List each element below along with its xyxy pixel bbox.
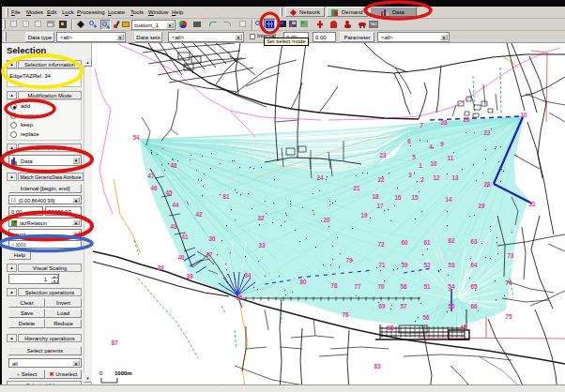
svg-text:78: 78 bbox=[330, 282, 338, 289]
svg-text:72: 72 bbox=[377, 241, 385, 248]
svg-text:4: 4 bbox=[429, 143, 433, 150]
svg-text:63: 63 bbox=[470, 238, 478, 245]
svg-text:15: 15 bbox=[411, 194, 419, 201]
svg-text:64: 64 bbox=[470, 262, 478, 268]
svg-text:42: 42 bbox=[195, 211, 203, 218]
svg-text:46: 46 bbox=[150, 185, 158, 191]
svg-text:48: 48 bbox=[170, 162, 177, 169]
svg-text:40: 40 bbox=[177, 254, 185, 261]
svg-text:39: 39 bbox=[157, 264, 164, 271]
svg-text:28: 28 bbox=[483, 181, 491, 188]
svg-text:1: 1 bbox=[419, 162, 422, 169]
svg-text:58: 58 bbox=[400, 283, 407, 290]
svg-text:66: 66 bbox=[470, 303, 478, 309]
svg-text:13: 13 bbox=[451, 174, 459, 181]
svg-text:6: 6 bbox=[407, 138, 411, 144]
svg-text:75: 75 bbox=[505, 313, 512, 320]
svg-text:41: 41 bbox=[181, 234, 189, 240]
svg-text:65: 65 bbox=[470, 283, 478, 290]
svg-text:2: 2 bbox=[420, 176, 424, 183]
svg-text:54: 54 bbox=[132, 134, 140, 141]
svg-text:34: 34 bbox=[244, 272, 252, 279]
svg-text:76: 76 bbox=[342, 311, 349, 318]
svg-text:26: 26 bbox=[463, 116, 470, 123]
svg-text:45: 45 bbox=[165, 189, 173, 196]
svg-text:57: 57 bbox=[400, 303, 407, 309]
svg-text:51: 51 bbox=[423, 283, 431, 290]
svg-text:37: 37 bbox=[206, 251, 213, 258]
svg-text:32: 32 bbox=[257, 215, 265, 221]
svg-text:54: 54 bbox=[448, 283, 455, 290]
svg-text:12: 12 bbox=[433, 174, 440, 181]
svg-text:10: 10 bbox=[520, 112, 527, 118]
svg-text:14: 14 bbox=[445, 196, 452, 203]
svg-text:56: 56 bbox=[422, 314, 430, 321]
svg-text:83: 83 bbox=[374, 363, 381, 369]
svg-text:60: 60 bbox=[401, 239, 408, 246]
svg-text:70: 70 bbox=[377, 283, 385, 290]
svg-text:17: 17 bbox=[376, 203, 384, 209]
svg-text:35: 35 bbox=[236, 294, 243, 301]
svg-text:47: 47 bbox=[147, 173, 155, 179]
svg-text:31: 31 bbox=[528, 201, 536, 207]
svg-text:11: 11 bbox=[448, 155, 454, 161]
svg-text:61: 61 bbox=[423, 239, 431, 246]
svg-text:73: 73 bbox=[507, 252, 514, 259]
svg-text:55: 55 bbox=[448, 303, 455, 309]
svg-text:5: 5 bbox=[412, 154, 416, 160]
svg-text:9: 9 bbox=[440, 141, 444, 147]
svg-text:29: 29 bbox=[478, 203, 485, 209]
svg-text:38: 38 bbox=[186, 273, 193, 279]
svg-text:24: 24 bbox=[316, 174, 324, 181]
svg-text:74: 74 bbox=[505, 279, 512, 286]
svg-text:19: 19 bbox=[360, 212, 368, 219]
svg-text:28: 28 bbox=[440, 119, 448, 126]
svg-text:22: 22 bbox=[483, 129, 491, 136]
svg-text:22: 22 bbox=[377, 176, 385, 183]
svg-text:71: 71 bbox=[378, 262, 386, 268]
svg-text:16: 16 bbox=[394, 194, 402, 201]
svg-text:21: 21 bbox=[353, 185, 360, 191]
svg-text:44: 44 bbox=[172, 202, 179, 208]
svg-text:80: 80 bbox=[299, 279, 307, 285]
svg-text:67: 67 bbox=[460, 324, 467, 331]
svg-text:10: 10 bbox=[430, 160, 437, 167]
svg-text:59: 59 bbox=[401, 262, 408, 268]
svg-text:62: 62 bbox=[448, 237, 455, 244]
svg-text:7: 7 bbox=[420, 122, 423, 128]
svg-text:77: 77 bbox=[354, 283, 361, 290]
svg-text:68: 68 bbox=[387, 324, 394, 331]
svg-text:81: 81 bbox=[222, 193, 230, 200]
svg-text:33: 33 bbox=[258, 242, 266, 249]
svg-text:1000m: 1000m bbox=[115, 370, 132, 376]
svg-text:20: 20 bbox=[323, 217, 330, 223]
svg-text:53: 53 bbox=[448, 262, 455, 268]
svg-text:3: 3 bbox=[408, 172, 412, 178]
svg-text:18: 18 bbox=[372, 193, 379, 200]
svg-text:52: 52 bbox=[423, 262, 431, 268]
svg-text:87: 87 bbox=[111, 339, 118, 346]
svg-text:23: 23 bbox=[379, 152, 387, 158]
svg-text:69: 69 bbox=[378, 303, 386, 309]
svg-text:79: 79 bbox=[345, 257, 353, 264]
svg-text:36: 36 bbox=[208, 235, 216, 242]
svg-text:43: 43 bbox=[170, 223, 177, 230]
